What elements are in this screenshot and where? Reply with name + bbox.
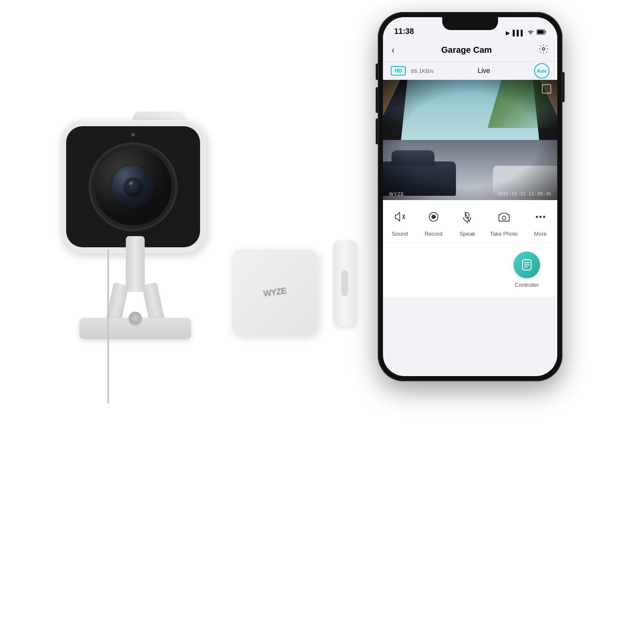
settings-button[interactable] <box>538 44 549 57</box>
speak-control[interactable]: Speak <box>456 206 478 237</box>
sound-icon-wrap[interactable] <box>389 206 411 228</box>
camera-name-title: Garage Cam <box>441 45 492 55</box>
wyze-feed-watermark: WYZE <box>389 191 404 197</box>
status-icons: ▶ ▌▌▌ <box>506 29 546 36</box>
sound-control[interactable]: Sound <box>389 206 411 237</box>
location-icon: ▶ <box>506 30 510 36</box>
take-photo-control[interactable]: Take Photo <box>490 206 518 237</box>
live-label: Live <box>477 67 490 75</box>
door-sensor-magnet <box>341 270 348 296</box>
feed-timestamp: 2021-11-12 11:38:36 <box>497 191 551 197</box>
status-time: 11:38 <box>394 27 414 36</box>
take-photo-label: Take Photo <box>490 231 518 237</box>
take-photo-icon-wrap[interactable] <box>493 206 515 228</box>
power-cable <box>107 249 109 404</box>
silent-switch <box>376 64 378 80</box>
ir-sensor <box>131 133 135 137</box>
svg-point-11 <box>536 216 538 218</box>
more-icon-wrap[interactable] <box>529 206 552 228</box>
fisheye-effect <box>383 80 557 200</box>
camera-lens-core <box>124 178 142 196</box>
volume-down-button <box>376 118 378 144</box>
app-nav-bar: ‹ Garage Cam <box>383 39 557 62</box>
camera-lens-inner <box>112 165 155 208</box>
camera-mount <box>101 236 170 356</box>
record-label: Record <box>425 231 443 237</box>
bandwidth-display: 66.1KB/s <box>411 68 434 74</box>
more-label: More <box>534 231 547 237</box>
phone-notch <box>442 17 498 30</box>
speak-icon-wrap[interactable] <box>456 206 478 228</box>
battery-icon <box>537 29 546 36</box>
lens-highlight <box>128 181 134 185</box>
live-feed: WYZE 2021-11-12 11:38:36 <box>383 80 557 200</box>
speak-label: Speak <box>459 231 475 237</box>
mount-arm-upper <box>126 236 145 292</box>
auto-badge[interactable]: Auto <box>534 63 550 79</box>
camera-controls: Sound Record <box>383 200 557 243</box>
garage-view <box>383 80 557 200</box>
controller-label: Controller <box>515 282 539 288</box>
record-icon-wrap[interactable] <box>422 206 445 228</box>
svg-point-6 <box>431 215 436 219</box>
controller-section: Controller <box>383 243 557 297</box>
wifi-icon <box>527 30 534 36</box>
smartphone: 11:38 ▶ ▌▌▌ <box>378 12 562 381</box>
wyze-logo: WYZE <box>263 286 287 298</box>
hd-badge[interactable]: HD <box>391 66 406 76</box>
svg-point-12 <box>539 216 541 218</box>
product-scene: WYZE 11:38 ▶ ▌▌▌ <box>0 0 644 644</box>
svg-point-2 <box>542 48 545 50</box>
record-control[interactable]: Record <box>422 206 445 237</box>
camera-head <box>60 120 206 253</box>
svg-point-10 <box>502 216 506 220</box>
door-sensor <box>333 240 356 326</box>
controller-icon[interactable] <box>513 252 540 278</box>
fullscreen-button[interactable] <box>542 84 551 94</box>
wyze-hub: WYZE <box>232 249 318 335</box>
power-button <box>562 72 565 102</box>
quality-bar: HD 66.1KB/s Live Auto <box>383 62 557 80</box>
volume-up-button <box>376 87 378 113</box>
svg-point-13 <box>543 216 545 218</box>
more-control[interactable]: More <box>529 206 552 237</box>
phone-screen: 11:38 ▶ ▌▌▌ <box>383 17 557 376</box>
mount-base <box>79 318 191 339</box>
signal-icon: ▌▌▌ <box>513 30 525 36</box>
camera-lens-outer <box>94 148 172 225</box>
mount-pivot <box>129 312 142 325</box>
back-button[interactable]: ‹ <box>392 45 395 56</box>
svg-rect-1 <box>538 30 544 34</box>
controller-button[interactable]: Controller <box>513 252 540 288</box>
sound-label: Sound <box>392 231 408 237</box>
